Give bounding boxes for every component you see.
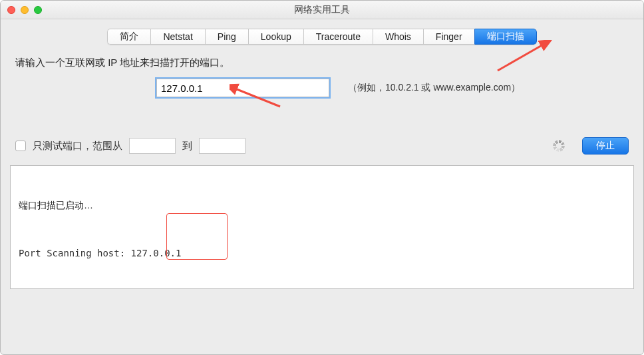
range-to-input[interactable] <box>199 138 245 154</box>
stop-button[interactable]: 停止 <box>582 137 629 155</box>
scan-status: 端口扫描已启动… <box>19 198 625 212</box>
ip-input[interactable] <box>156 79 329 97</box>
tab-Ping[interactable]: Ping <box>205 29 248 45</box>
tab-Finger[interactable]: Finger <box>423 29 474 45</box>
tab-Traceroute[interactable]: Traceroute <box>303 29 373 45</box>
annotation-highlight-ports <box>166 213 228 260</box>
range-label: 只测试端口，范围从 <box>33 140 122 153</box>
tab-Whois[interactable]: Whois <box>373 29 423 45</box>
tab-bar: 简介NetstatPingLookupTracerouteWhoisFinger… <box>10 29 634 45</box>
content: 简介NetstatPingLookupTracerouteWhoisFinger… <box>1 19 643 294</box>
ip-hint: （例如，10.0.2.1 或 www.example.com） <box>348 82 520 94</box>
address-row: （例如，10.0.2.1 或 www.example.com） <box>10 79 634 97</box>
scanning-host-line: Port Scanning host: 127.0.0.1 <box>19 246 625 260</box>
window-title: 网络实用工具 <box>1 4 643 16</box>
range-from-input[interactable] <box>129 138 176 154</box>
tab-端口扫描[interactable]: 端口扫描 <box>474 29 537 45</box>
tab-Lookup[interactable]: Lookup <box>248 29 303 45</box>
minimize-icon[interactable] <box>21 6 29 14</box>
range-to-label: 到 <box>182 140 192 153</box>
close-icon[interactable] <box>7 6 15 14</box>
traffic-lights <box>1 6 42 14</box>
tab-Netstat[interactable]: Netstat <box>150 29 204 45</box>
range-checkbox[interactable] <box>15 141 26 151</box>
window: 网络实用工具 简介NetstatPingLookupTracerouteWhoi… <box>0 0 644 355</box>
results-panel[interactable]: 端口扫描已启动… Port Scanning host: 127.0.0.1 O… <box>10 165 634 289</box>
titlebar: 网络实用工具 <box>1 1 643 19</box>
prompt-text: 请输入一个互联网或 IP 地址来扫描打开的端口。 <box>15 57 629 69</box>
spinner-icon <box>553 140 565 152</box>
zoom-icon[interactable] <box>34 6 42 14</box>
range-row: 只测试端口，范围从 到 停止 <box>10 137 634 155</box>
tab-简介[interactable]: 简介 <box>107 29 150 45</box>
